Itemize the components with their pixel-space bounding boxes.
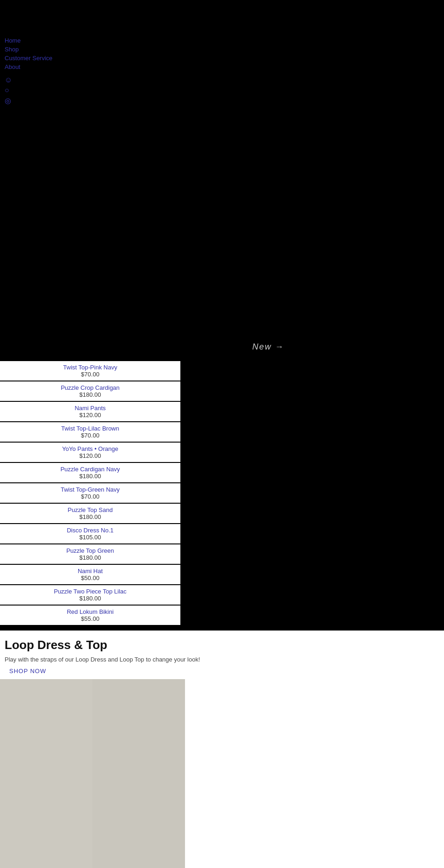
- product-item: Nami Hat$50.00: [0, 565, 180, 585]
- product-price: $70.00: [5, 493, 176, 500]
- product-item: Puzzle Two Piece Top Lilac$180.00: [0, 585, 180, 606]
- nav-icons: ☺ ○ ◎: [5, 76, 88, 107]
- product-price: $180.00: [5, 473, 176, 480]
- product-price: $120.00: [5, 412, 176, 418]
- product-name[interactable]: Nami Hat: [5, 568, 176, 575]
- product-price: $120.00: [5, 452, 176, 459]
- product-item: Twist Top-Green Navy$70.00: [0, 483, 180, 504]
- product-item: Puzzle Crop Cardigan$180.00: [0, 381, 180, 402]
- product-name[interactable]: YoYo Pants • Orange: [5, 445, 176, 452]
- product-price: $180.00: [5, 391, 176, 398]
- loop-image-right: [92, 679, 185, 868]
- loop-section-title: Loop Dress & Top: [0, 635, 444, 655]
- nav-link-home[interactable]: Home: [5, 37, 88, 44]
- product-name[interactable]: Disco Dress No.1: [5, 527, 176, 534]
- product-item: Red Lokum Bikini$55.00: [0, 606, 180, 626]
- product-name[interactable]: Red Lokum Bikini: [5, 608, 176, 615]
- loop-section: Loop Dress & Top Play with the straps of…: [0, 631, 444, 868]
- loop-images: [0, 679, 444, 868]
- product-item: YoYo Pants • Orange$120.00: [0, 443, 180, 463]
- product-price: $50.00: [5, 575, 176, 581]
- product-item: Twist Top-Pink Navy$70.00: [0, 361, 180, 381]
- product-price: $180.00: [5, 554, 176, 561]
- nav-link-shop[interactable]: Shop: [5, 46, 88, 53]
- product-item: Nami Pants$120.00: [0, 402, 180, 422]
- social-icon-2[interactable]: ○: [5, 86, 88, 94]
- product-price: $180.00: [5, 595, 176, 602]
- social-icon-3[interactable]: ◎: [5, 96, 88, 105]
- product-price: $70.00: [5, 432, 176, 439]
- nav-sidebar: HomeShopCustomer ServiceAbout ☺ ○ ◎: [0, 0, 92, 361]
- product-name[interactable]: Twist Top-Green Navy: [5, 486, 176, 493]
- product-price: $70.00: [5, 371, 176, 378]
- product-list: Twist Top-Pink Navy$70.00Puzzle Crop Car…: [0, 361, 444, 631]
- nav-link-about[interactable]: About: [5, 63, 88, 70]
- product-name[interactable]: Twist Top-Lilac Brown: [5, 425, 176, 432]
- product-name[interactable]: Twist Top-Pink Navy: [5, 364, 176, 371]
- loop-section-description: Play with the straps of our Loop Dress a…: [0, 655, 444, 667]
- hero-label: New →: [253, 342, 284, 352]
- product-price: $180.00: [5, 513, 176, 520]
- product-item: Puzzle Top Green$180.00: [0, 544, 180, 565]
- product-item: Puzzle Cardigan Navy$180.00: [0, 463, 180, 483]
- product-item: Disco Dress No.1$105.00: [0, 524, 180, 544]
- shop-now-link[interactable]: SHOP NOW: [0, 667, 56, 679]
- loop-image-left: [0, 679, 92, 868]
- product-name[interactable]: Puzzle Top Sand: [5, 506, 176, 513]
- product-price: $105.00: [5, 534, 176, 541]
- product-item: Twist Top-Lilac Brown$70.00: [0, 422, 180, 443]
- product-price: $55.00: [5, 615, 176, 622]
- product-item: Puzzle Top Sand$180.00: [0, 504, 180, 524]
- product-name[interactable]: Puzzle Cardigan Navy: [5, 466, 176, 473]
- hero-section: HomeShopCustomer ServiceAbout ☺ ○ ◎ New …: [0, 0, 444, 361]
- product-name[interactable]: Puzzle Top Green: [5, 547, 176, 554]
- hero-center: New →: [92, 0, 444, 361]
- nav-link-customer-service[interactable]: Customer Service: [5, 55, 88, 62]
- product-name[interactable]: Puzzle Crop Cardigan: [5, 384, 176, 391]
- product-name[interactable]: Nami Pants: [5, 405, 176, 412]
- product-name[interactable]: Puzzle Two Piece Top Lilac: [5, 588, 176, 595]
- new-arrivals-section: Twist Top-Pink Navy$70.00Puzzle Crop Car…: [0, 361, 444, 631]
- social-icon-1[interactable]: ☺: [5, 76, 88, 84]
